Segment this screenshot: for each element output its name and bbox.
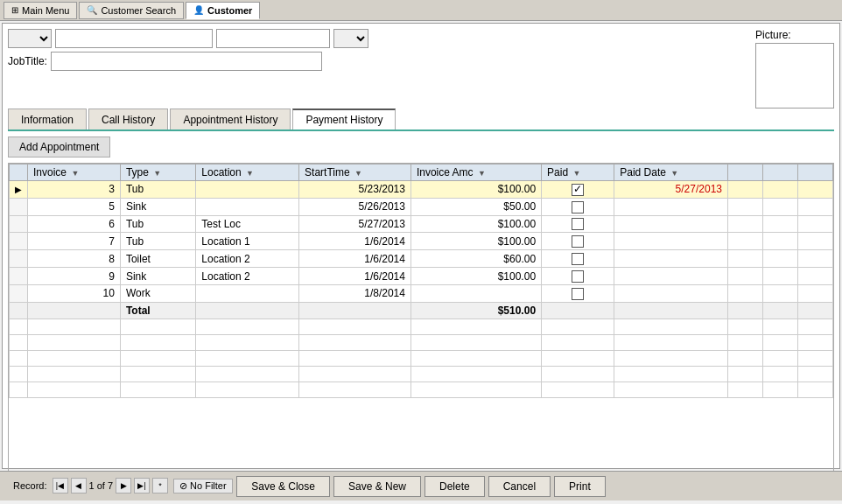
paid-checkbox-checked[interactable] [572, 184, 584, 196]
cell-invoice-amount: $100.00 [410, 233, 541, 250]
col-header-invoice[interactable]: Invoice ▼ [28, 164, 121, 181]
nav-next-button[interactable]: ▶ [116, 478, 131, 494]
save-close-button[interactable]: Save & Close [236, 476, 330, 497]
table-row[interactable]: 9SinkLocation 21/6/2014$100.00 [10, 268, 833, 285]
record-nav: |◀ ◀ 1 of 7 ▶ ▶| * [53, 478, 169, 494]
col-invoice-label: Invoice [33, 166, 67, 178]
col-header-location[interactable]: Location ▼ [196, 164, 299, 181]
cell-extra [763, 268, 798, 285]
col-header-invoice-amount[interactable]: Invoice Amc ▼ [410, 164, 541, 181]
empty-cell [196, 350, 299, 366]
empty-cell [798, 366, 833, 382]
nav-prev-button[interactable]: ◀ [71, 478, 87, 494]
cell-extra [728, 250, 763, 268]
cell-type: Sink [120, 198, 195, 215]
col-extra3 [798, 164, 833, 181]
table-row[interactable]: 7TubLocation 11/6/2014$100.00 [10, 233, 833, 250]
empty-cell [798, 350, 833, 366]
empty-cell [728, 350, 763, 366]
empty-cell [542, 318, 614, 334]
tab-customer[interactable]: 👤 Customer [186, 2, 260, 19]
print-button[interactable]: Print [554, 476, 606, 497]
cancel-button[interactable]: Cancel [488, 476, 551, 497]
cell-type: Tub [120, 215, 195, 233]
empty-cell [299, 382, 411, 397]
col-header-starttime[interactable]: StartTime ▼ [299, 164, 411, 181]
jobtitle-input[interactable] [51, 52, 322, 71]
nav-first-button[interactable]: |◀ [53, 478, 68, 494]
cell-extra [763, 215, 798, 233]
empty-cell [28, 366, 121, 382]
paid-checkbox-unchecked[interactable] [572, 201, 584, 214]
nav-new-button[interactable]: * [152, 478, 168, 494]
tab-call-history[interactable]: Call History [88, 108, 168, 130]
empty-cell [120, 334, 195, 350]
nav-last-button[interactable]: ▶| [134, 478, 150, 494]
empty-cell [763, 318, 798, 334]
salutation-dropdown[interactable] [8, 29, 52, 48]
paid-checkbox-unchecked[interactable] [572, 235, 584, 248]
table-row[interactable]: ▶3Tub5/23/2013$100.005/27/2013 [10, 181, 833, 199]
tab-customer-search[interactable]: 🔍 Customer Search [79, 2, 184, 19]
empty-cell [798, 382, 833, 397]
type-sort-icon: ▼ [153, 169, 161, 178]
picture-box [755, 43, 834, 108]
empty-cell [299, 334, 411, 350]
cell-starttime: 1/6/2014 [299, 233, 411, 250]
col-header-paid-date[interactable]: Paid Date ▼ [614, 164, 728, 181]
table-header: Invoice ▼ Type ▼ Location ▼ StartTime ▼ [10, 164, 833, 181]
tab-appointment-history[interactable]: Appointment History [170, 108, 291, 130]
cell-paid-date [614, 284, 728, 302]
empty-cell [763, 366, 798, 382]
col-header-type[interactable]: Type ▼ [120, 164, 195, 181]
cell-extra [798, 198, 833, 215]
cell-paid[interactable] [542, 268, 614, 285]
tab-payment-history[interactable]: Payment History [292, 108, 396, 130]
cell-extra [728, 284, 763, 302]
last-name-input[interactable]: Customer [216, 29, 330, 48]
cell-type: Toilet [120, 250, 195, 268]
empty-cell [614, 382, 728, 397]
tab-information[interactable]: Information [8, 108, 87, 130]
total-cell-7 [614, 302, 728, 318]
cell-paid[interactable] [542, 284, 614, 302]
paid-checkbox-unchecked[interactable] [572, 270, 584, 283]
empty-cell [542, 334, 614, 350]
customer-type-dropdown[interactable] [333, 29, 368, 48]
table-row[interactable]: 6TubTest Loc5/27/2013$100.00 [10, 215, 833, 233]
first-name-input[interactable]: Test [55, 29, 213, 48]
cell-paid[interactable] [542, 250, 614, 268]
filter-button[interactable]: ⊘ No Filter [173, 479, 233, 494]
cell-extra [798, 181, 833, 199]
empty-cell [542, 350, 614, 366]
total-cell-3 [196, 302, 299, 318]
row-indicator [10, 198, 28, 215]
table-row[interactable]: 10Work1/8/2014 [10, 284, 833, 302]
starttime-sort-icon: ▼ [354, 169, 362, 178]
col-header-paid[interactable]: Paid ▼ [542, 164, 614, 181]
empty-cell [120, 366, 195, 382]
paid-checkbox-unchecked[interactable] [572, 288, 584, 300]
add-appointment-button[interactable]: Add Appointment [8, 136, 110, 158]
table-row[interactable]: 5Sink5/26/2013$50.00 [10, 198, 833, 215]
cell-paid[interactable] [542, 181, 614, 199]
cell-paid-date [614, 250, 728, 268]
search-tab-icon: 🔍 [87, 5, 97, 15]
col-paid-label: Paid [547, 166, 568, 178]
table-row[interactable]: 8ToiletLocation 21/6/2014$60.00 [10, 250, 833, 268]
cell-paid[interactable] [542, 233, 614, 250]
paid-checkbox-unchecked[interactable] [572, 218, 584, 230]
empty-cell [196, 366, 299, 382]
empty-cell [28, 318, 121, 334]
empty-cell [728, 382, 763, 397]
cell-extra [798, 250, 833, 268]
cell-paid[interactable] [542, 215, 614, 233]
cell-invoice-amount: $60.00 [410, 250, 541, 268]
tab-main-menu[interactable]: ⊞ Main Menu [4, 2, 77, 19]
empty-cell [763, 350, 798, 366]
save-new-button[interactable]: Save & New [333, 476, 421, 497]
paid-checkbox-unchecked[interactable] [572, 253, 584, 265]
picture-label: Picture: [755, 29, 791, 41]
cell-paid[interactable] [542, 198, 614, 215]
delete-button[interactable]: Delete [425, 476, 485, 497]
